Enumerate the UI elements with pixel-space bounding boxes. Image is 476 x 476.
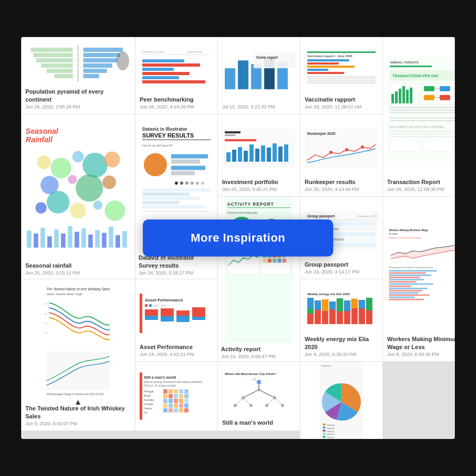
thumb-twisted-whiskey: The Twisted Nature of Irish Whiskey Sale… — [25, 283, 131, 405]
svg-rect-127 — [225, 134, 235, 136]
svg-rect-135 — [255, 149, 260, 162]
card-title-vaccinatie: Vaccinatie rapport — [305, 96, 378, 103]
svg-rect-239 — [177, 316, 190, 322]
svg-point-115 — [185, 181, 188, 185]
card-pie-chart[interactable]: Tournament Category A — [300, 362, 382, 439]
svg-rect-119 — [142, 188, 210, 191]
svg-rect-279 — [163, 394, 168, 398]
svg-rect-10 — [54, 74, 73, 78]
svg-point-143 — [329, 151, 333, 154]
card-runkeeper[interactable]: Runkeeper 2020 Runkeeper results Jun 25,… — [300, 114, 382, 196]
svg-rect-280 — [169, 394, 173, 398]
more-inspiration-button[interactable]: More Inspiration — [143, 219, 333, 257]
svg-text:ACTIVITY REPORT: ACTIVITY REPORT — [227, 202, 274, 207]
svg-rect-252 — [329, 301, 336, 309]
svg-rect-276 — [174, 389, 178, 393]
svg-point-83 — [35, 202, 47, 214]
svg-text:Category C: Category C — [326, 431, 334, 433]
svg-rect-54 — [424, 86, 435, 91]
svg-text:The Twisted Nature of Irish Wh: The Twisted Nature of Irish Whiskey Sale… — [47, 287, 111, 291]
svg-rect-51 — [402, 86, 405, 104]
svg-point-144 — [345, 148, 348, 151]
svg-point-86 — [94, 200, 103, 209]
svg-rect-291 — [174, 404, 178, 408]
card-title-runkeeper: Runkeeper results — [305, 178, 378, 186]
card-title-population-pyramid: Population pyramid of every continent — [25, 88, 131, 103]
svg-rect-110 — [171, 160, 200, 164]
svg-rect-204 — [389, 272, 426, 274]
card-population-pyramid[interactable]: Population pyramid of every continent Ju… — [21, 37, 135, 114]
svg-rect-250 — [322, 299, 328, 311]
svg-rect-238 — [177, 310, 190, 316]
svg-text:California vs the United State: California vs the United States average — [389, 237, 420, 239]
svg-rect-88 — [27, 231, 32, 248]
svg-text:Activity by most loading app: Activity by most loading app — [227, 212, 258, 214]
card-date-vaccinatie: Jun 29, 2020, 11:38:07 AM — [305, 104, 378, 109]
svg-rect-14 — [142, 54, 210, 55]
svg-text:Australia: Australia — [144, 399, 154, 401]
card-jul15[interactable]: Some report Jul 15, 2020, 5:21:32 PM — [218, 37, 300, 114]
svg-rect-64 — [390, 120, 455, 121]
svg-rect-241 — [192, 317, 205, 320]
card-date-asset-performance: Jun 24, 2020, 4:02:21 PM — [140, 352, 213, 357]
svg-text:Canada: Canada — [144, 403, 153, 406]
card-workers-min-wage[interactable]: Workers Making Minimum Wage or Less Cali… — [383, 197, 455, 361]
svg-point-81 — [76, 175, 103, 202]
card-still-mans-world[interactable]: Still a man's world Women among research… — [135, 362, 217, 431]
card-title-twisted-whiskey: The Twisted Nature of Irish Whiskey Sale… — [25, 405, 131, 420]
svg-rect-299 — [222, 369, 296, 416]
svg-rect-57 — [424, 95, 435, 100]
card-seasonal-rainfall[interactable]: Seasonal Rainfall — [21, 114, 135, 279]
card-title-transaction-report: Transaction Report — [387, 178, 455, 186]
svg-point-312 — [234, 404, 237, 407]
svg-rect-245 — [307, 298, 314, 308]
svg-text:Directory, 2017: Directory, 2017 — [357, 215, 378, 218]
card-weekly-energy[interactable]: Weekly energy mix Elia 2020 — [300, 279, 382, 361]
svg-rect-231 — [149, 304, 152, 307]
card-asset-performance[interactable]: Asset Performance 2018 2019 Asset Per — [135, 279, 217, 361]
svg-point-313 — [250, 404, 253, 407]
svg-rect-297 — [179, 408, 183, 413]
svg-rect-260 — [359, 300, 365, 308]
card-date-seasonal-rainfall: Jun 25, 2020, 3:23:12 PM — [25, 270, 131, 276]
svg-rect-112 — [171, 171, 195, 175]
svg-rect-224 — [47, 351, 109, 390]
card-title-activity-report: Activity report — [221, 345, 297, 353]
card-twisted-whiskey[interactable]: The Twisted Nature of Irish Whiskey Sale… — [21, 279, 135, 431]
svg-rect-0 — [31, 48, 73, 52]
svg-rect-322 — [323, 427, 325, 429]
svg-rect-53 — [410, 88, 413, 104]
svg-rect-240 — [192, 307, 205, 317]
card-date-workers-min-wage: Jun 9, 2020, 6:59:39 PM — [387, 352, 455, 357]
svg-rect-212 — [389, 290, 422, 291]
card-date-investment-portfolio: Jun 25, 2020, 5:45:21 PM — [222, 187, 296, 192]
svg-text:Portugal: Portugal — [144, 390, 153, 393]
card-vaccinatie[interactable]: Vaccinatie rapport - June 2020 Vaccinati… — [300, 37, 382, 114]
svg-rect-282 — [179, 394, 183, 398]
svg-rect-19 — [142, 76, 179, 79]
svg-rect-293 — [184, 404, 188, 408]
svg-rect-9 — [83, 69, 107, 73]
svg-text:2019: 2019 — [161, 305, 167, 307]
card-peer-benchmarking[interactable]: Funding AI systems Asset capital Peer be… — [135, 37, 217, 114]
card-investment-portfolio[interactable]: Investment portfolio Jun 25, 2020, 5:45:… — [218, 114, 300, 196]
svg-rect-100 — [109, 226, 114, 248]
svg-text:All Percentage Change in Indus: All Percentage Change in Industry from 2… — [47, 393, 104, 396]
card-manchester-city[interactable]: Where did Manchester City finish? — [218, 362, 300, 431]
svg-rect-32 — [307, 59, 349, 61]
svg-point-116 — [190, 181, 194, 185]
svg-rect-66 — [390, 131, 455, 132]
svg-text:Runkeeper 2020: Runkeeper 2020 — [307, 132, 335, 136]
svg-rect-92 — [54, 230, 59, 248]
svg-text:250: 250 — [44, 303, 47, 305]
svg-point-13 — [116, 51, 129, 70]
card-transaction-report[interactable]: ANNUAL TARGETS TRANSACTIONS PER DAY — [383, 37, 455, 196]
svg-rect-236 — [161, 308, 174, 316]
svg-rect-262 — [366, 298, 372, 310]
svg-rect-60 — [390, 107, 455, 108]
svg-rect-94 — [68, 226, 72, 248]
svg-rect-35 — [307, 69, 328, 71]
svg-rect-37 — [307, 76, 376, 77]
svg-rect-235 — [145, 316, 158, 320]
svg-text:150: 150 — [44, 323, 47, 325]
